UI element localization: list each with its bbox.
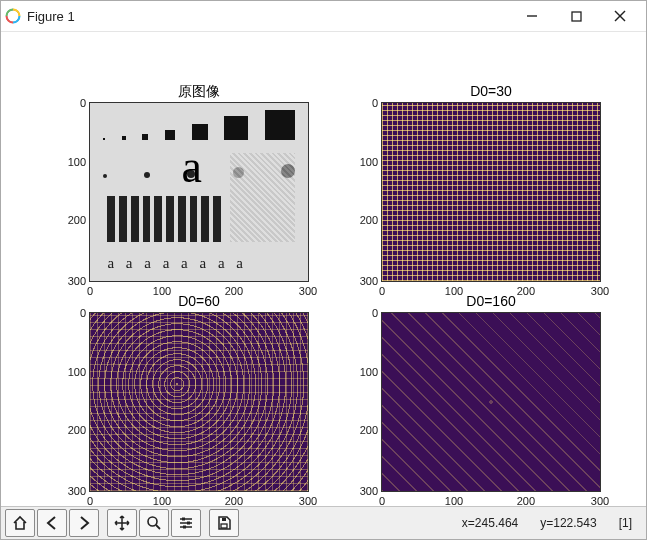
ytick: 200 bbox=[60, 424, 86, 436]
subplot-d0-60: D0=60 0 100 200 300 0 100 200 300 bbox=[89, 294, 309, 492]
svg-rect-8 bbox=[187, 522, 190, 525]
sliders-icon bbox=[178, 515, 194, 531]
xtick: 0 bbox=[379, 495, 385, 507]
test-letter-a: a bbox=[182, 140, 202, 193]
app-icon bbox=[5, 8, 21, 24]
subplot-image-d0-160: 0 100 200 300 0 100 200 300 bbox=[381, 312, 601, 492]
test-texture-patch bbox=[230, 153, 295, 242]
minimize-button[interactable] bbox=[510, 1, 554, 31]
ytick: 100 bbox=[60, 366, 86, 378]
ytick: 300 bbox=[352, 485, 378, 497]
ytick: 200 bbox=[352, 214, 378, 226]
subplot-title: D0=30 bbox=[381, 82, 601, 100]
subplot-d0-160: D0=160 0 100 200 300 0 100 200 300 bbox=[381, 294, 601, 492]
close-button[interactable] bbox=[598, 1, 642, 31]
figure-window: Figure 1 原图像 bbox=[0, 0, 647, 540]
forward-button[interactable] bbox=[69, 509, 99, 537]
back-button[interactable] bbox=[37, 509, 67, 537]
move-icon bbox=[114, 515, 130, 531]
status-x-value: 245.464 bbox=[475, 516, 518, 530]
ytick: 100 bbox=[352, 366, 378, 378]
arrow-left-icon bbox=[44, 515, 60, 531]
ytick: 300 bbox=[60, 275, 86, 287]
subplot-title: D0=160 bbox=[381, 292, 601, 310]
test-squares-row bbox=[103, 112, 295, 140]
ytick: 200 bbox=[352, 424, 378, 436]
xtick: 300 bbox=[591, 495, 609, 507]
statusbar: x=245.464 y=122.543 [1] bbox=[462, 516, 642, 530]
figure-canvas[interactable]: 原图像 a bbox=[1, 32, 646, 506]
ytick: 0 bbox=[352, 97, 378, 109]
subplot-d0-30: D0=30 0 100 200 300 0 100 200 300 bbox=[381, 82, 601, 282]
xtick: 200 bbox=[517, 495, 535, 507]
ytick: 200 bbox=[60, 214, 86, 226]
status-x-label: x= bbox=[462, 516, 475, 530]
xtick: 100 bbox=[445, 495, 463, 507]
svg-rect-9 bbox=[183, 526, 186, 529]
svg-line-3 bbox=[615, 11, 625, 21]
subplot-title: D0=60 bbox=[89, 292, 309, 310]
test-letter-row: a a a a a a a a bbox=[107, 255, 290, 272]
ytick: 300 bbox=[60, 485, 86, 497]
status-y-value: 122.543 bbox=[553, 516, 596, 530]
window-title: Figure 1 bbox=[27, 9, 510, 24]
save-button[interactable] bbox=[209, 509, 239, 537]
subplot-title: 原图像 bbox=[89, 82, 309, 100]
xtick: 300 bbox=[299, 495, 317, 507]
status-x: x=245.464 bbox=[462, 516, 518, 530]
svg-rect-2 bbox=[572, 12, 581, 21]
status-y-label: y= bbox=[540, 516, 553, 530]
maximize-button[interactable] bbox=[554, 1, 598, 31]
xtick: 100 bbox=[153, 495, 171, 507]
home-button[interactable] bbox=[5, 509, 35, 537]
ytick: 100 bbox=[60, 156, 86, 168]
subplot-image-d0-30: 0 100 200 300 0 100 200 300 bbox=[381, 102, 601, 282]
status-y: y=122.543 bbox=[540, 516, 596, 530]
svg-line-4 bbox=[615, 11, 625, 21]
configure-button[interactable] bbox=[171, 509, 201, 537]
ytick: 0 bbox=[60, 97, 86, 109]
ytick: 300 bbox=[352, 275, 378, 287]
titlebar: Figure 1 bbox=[1, 1, 646, 32]
subplot-original: 原图像 a bbox=[89, 82, 309, 282]
pan-button[interactable] bbox=[107, 509, 137, 537]
xtick: 0 bbox=[87, 495, 93, 507]
ytick: 100 bbox=[352, 156, 378, 168]
test-vertical-bars bbox=[107, 196, 220, 242]
status-extra: [1] bbox=[619, 516, 632, 530]
arrow-right-icon bbox=[76, 515, 92, 531]
xtick: 200 bbox=[225, 495, 243, 507]
nav-toolbar: x=245.464 y=122.543 [1] bbox=[1, 506, 646, 539]
home-icon bbox=[12, 515, 28, 531]
svg-line-6 bbox=[156, 525, 160, 529]
ytick: 0 bbox=[60, 307, 86, 319]
svg-rect-11 bbox=[222, 518, 226, 521]
ytick: 0 bbox=[352, 307, 378, 319]
svg-point-5 bbox=[148, 517, 157, 526]
subplot-image-original: a a a a a a a a a 0 100 200 300 0 100 20… bbox=[89, 102, 309, 282]
save-icon bbox=[216, 515, 232, 531]
zoom-icon bbox=[146, 515, 162, 531]
subplot-image-d0-60: 0 100 200 300 0 100 200 300 bbox=[89, 312, 309, 492]
svg-rect-10 bbox=[221, 524, 227, 528]
zoom-button[interactable] bbox=[139, 509, 169, 537]
svg-rect-7 bbox=[182, 518, 185, 521]
